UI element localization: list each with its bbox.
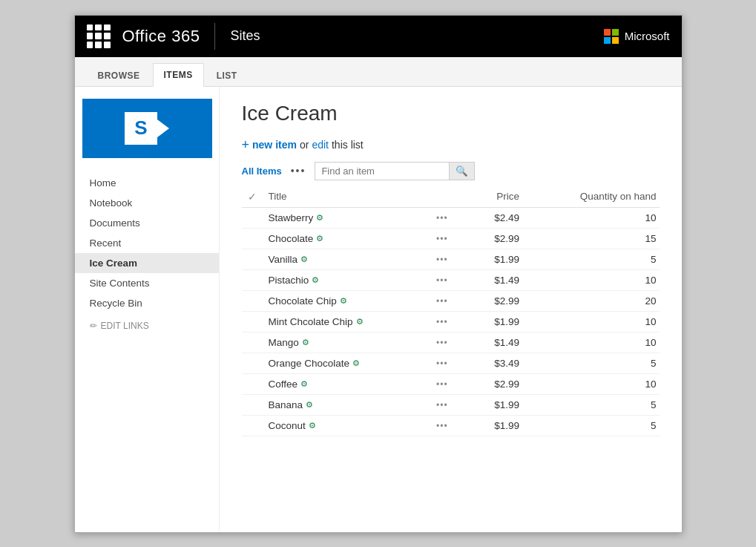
item-gear-icon[interactable]: ⚙ (300, 255, 308, 264)
sharepoint-icon: S (125, 106, 169, 151)
item-gear-icon[interactable]: ⚙ (302, 338, 309, 347)
row-dots[interactable]: ••• (430, 373, 467, 394)
row-dots[interactable]: ••• (430, 249, 467, 269)
microsoft-logo (604, 29, 619, 44)
new-item-link[interactable]: new item (252, 139, 297, 151)
item-gear-icon[interactable]: ⚙ (316, 234, 323, 243)
row-check (242, 373, 263, 394)
row-check (242, 353, 263, 373)
row-price: $1.49 (467, 332, 525, 353)
item-name-link[interactable]: Mint Chcolate Chip (269, 316, 353, 327)
item-gear-icon[interactable]: ⚙ (300, 379, 308, 389)
item-name-link[interactable]: Coffee (269, 379, 298, 390)
sidebar-item-ice-cream[interactable]: Ice Cream (75, 253, 219, 273)
page-content: Ice Cream + new item or edit this list A… (220, 87, 682, 532)
row-title: Orange Chocolate ⚙ (263, 353, 430, 373)
row-qty: 5 (525, 394, 660, 415)
row-title: Stawberry ⚙ (263, 207, 430, 228)
row-qty: 10 (525, 207, 660, 228)
topbar: Office 365 Sites Microsoft (75, 16, 682, 57)
col-title: Title (263, 186, 430, 208)
table-row: Mint Chcolate Chip ⚙ ••• $1.99 10 (242, 311, 660, 332)
table-row: Pistachio ⚙ ••• $1.49 10 (242, 269, 660, 290)
table-row: Coffee ⚙ ••• $2.99 10 (242, 373, 660, 394)
row-title: Chocolate Chip ⚙ (263, 290, 430, 311)
row-dots[interactable]: ••• (430, 311, 467, 332)
item-gear-icon[interactable]: ⚙ (356, 317, 364, 327)
item-name-link[interactable]: Chocolate Chip (269, 295, 337, 307)
row-title: Banana ⚙ (263, 394, 430, 415)
item-name-link[interactable]: Mango (269, 337, 299, 348)
sidebar-item-home[interactable]: Home (75, 173, 219, 193)
all-items-link[interactable]: All Items (242, 166, 282, 177)
edit-list-link[interactable]: edit (312, 139, 329, 151)
row-title: Pistachio ⚙ (263, 269, 430, 290)
sidebar-item-site-contents[interactable]: Site Contents (75, 273, 219, 293)
row-check (242, 332, 263, 353)
tab-browse[interactable]: BROWSE (87, 64, 151, 87)
row-qty: 20 (525, 290, 660, 311)
row-dots[interactable]: ••• (430, 290, 467, 311)
row-price: $1.99 (467, 311, 525, 332)
row-price: $2.99 (467, 373, 525, 394)
item-name-link[interactable]: Coconut (269, 420, 306, 431)
item-name-link[interactable]: Chocolate (269, 233, 314, 244)
tab-list[interactable]: LIST (206, 64, 249, 87)
this-list-text: this list (332, 139, 364, 151)
table-row: Banana ⚙ ••• $1.99 5 (242, 394, 660, 415)
row-price: $1.49 (467, 269, 525, 290)
edit-links-button[interactable]: ✏ EDIT LINKS (75, 313, 219, 338)
row-qty: 5 (525, 249, 660, 269)
row-qty: 10 (525, 373, 660, 394)
row-dots[interactable]: ••• (430, 269, 467, 290)
row-dots[interactable]: ••• (430, 394, 467, 415)
item-gear-icon[interactable]: ⚙ (316, 213, 323, 223)
item-gear-icon[interactable]: ⚙ (340, 296, 347, 306)
row-check (242, 415, 263, 436)
row-dots[interactable]: ••• (430, 228, 467, 249)
list-toolbar: All Items ••• 🔍 (242, 162, 660, 180)
table-row: Vanilla ⚙ ••• $1.99 5 (242, 249, 660, 269)
main-content: S Home Notebook Documents Recent Ice Cre… (75, 87, 682, 532)
row-dots[interactable]: ••• (430, 415, 467, 436)
item-name-link[interactable]: Vanilla (269, 254, 298, 265)
row-qty: 10 (525, 332, 660, 353)
item-name-link[interactable]: Stawberry (269, 212, 314, 223)
item-gear-icon[interactable]: ⚙ (309, 421, 316, 430)
row-dots[interactable]: ••• (430, 207, 467, 228)
row-check (242, 269, 263, 290)
search-input[interactable] (315, 163, 449, 180)
row-title: Mango ⚙ (263, 332, 430, 353)
row-check (242, 207, 263, 228)
item-name-link[interactable]: Banana (269, 399, 303, 410)
row-dots[interactable]: ••• (430, 332, 467, 353)
item-gear-icon[interactable]: ⚙ (306, 400, 313, 410)
row-price: $2.99 (467, 290, 525, 311)
search-button[interactable]: 🔍 (449, 163, 474, 180)
row-price: $1.99 (467, 249, 525, 269)
item-gear-icon[interactable]: ⚙ (312, 275, 319, 285)
row-check (242, 290, 263, 311)
item-name-link[interactable]: Pistachio (269, 275, 309, 286)
sidebar-item-notebook[interactable]: Notebook (75, 193, 219, 213)
item-name-link[interactable]: Orange Chocolate (269, 358, 350, 369)
table-row: Coconut ⚙ ••• $1.99 5 (242, 415, 660, 436)
sidebar-item-documents[interactable]: Documents (75, 213, 219, 233)
search-box: 🔍 (315, 162, 475, 180)
app-window: Office 365 Sites Microsoft BROWSE ITEMS … (74, 15, 683, 533)
edit-links-label: EDIT LINKS (101, 321, 149, 331)
view-options-button[interactable]: ••• (288, 163, 309, 178)
row-qty: 5 (525, 353, 660, 373)
row-title: Coconut ⚙ (263, 415, 430, 436)
row-price: $2.49 (467, 207, 525, 228)
item-gear-icon[interactable]: ⚙ (352, 358, 360, 368)
row-check (242, 228, 263, 249)
tab-items[interactable]: ITEMS (153, 63, 204, 87)
sidebar-item-recent[interactable]: Recent (75, 233, 219, 253)
sidebar-item-recycle-bin[interactable]: Recycle Bin (75, 293, 219, 313)
apps-grid-icon[interactable] (87, 24, 111, 48)
table-row: Chocolate Chip ⚙ ••• $2.99 20 (242, 290, 660, 311)
row-dots[interactable]: ••• (430, 353, 467, 373)
pencil-icon: ✏ (90, 321, 97, 331)
col-qty: Quantity on hand (525, 186, 660, 208)
